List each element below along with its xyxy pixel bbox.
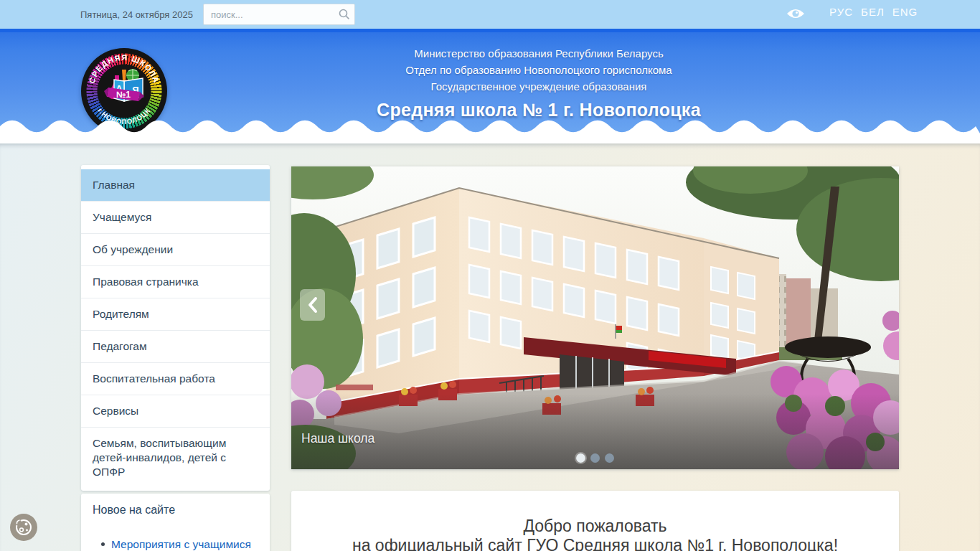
- search-input[interactable]: [203, 4, 355, 25]
- carousel-dot-1[interactable]: [576, 453, 585, 463]
- topbar: Пятница, 24 октября 2025 РУС БЕЛ ENG: [0, 0, 980, 29]
- photo-carousel: Наша школа: [291, 166, 899, 469]
- welcome-line-1: Добро пожаловать: [291, 517, 899, 536]
- org-line-3: Государственное учреждение образования: [167, 78, 910, 95]
- current-date: Пятница, 24 октября 2025: [80, 9, 193, 20]
- sidebar-item-services[interactable]: Сервисы: [81, 395, 270, 427]
- sidebar-item-students[interactable]: Учащемуся: [81, 201, 270, 233]
- carousel-prev-button[interactable]: [300, 289, 325, 321]
- whats-new-title: Новое на сайте: [93, 504, 258, 517]
- site-header: Я А №1 СРЕДНЯЯ ШКОЛА г.НОВОПОЛОЦК Минист…: [0, 29, 980, 133]
- org-line-2: Отдел по образованию Новополоцкого горис…: [167, 62, 910, 78]
- cookie-icon: [9, 513, 38, 542]
- news-link-events[interactable]: Мероприятия с учащимися: [111, 538, 251, 550]
- page: Пятница, 24 октября 2025 РУС БЕЛ ENG: [0, 0, 980, 551]
- carousel-dot-2[interactable]: [590, 453, 600, 463]
- sidebar-item-home[interactable]: Главная: [81, 169, 270, 201]
- org-line-1: Министерство образования Республики Бела…: [167, 45, 910, 62]
- slide-caption: Наша школа: [301, 431, 374, 446]
- sidebar-item-upbringing[interactable]: Воспитательная работа: [81, 362, 270, 395]
- language-switcher: РУС БЕЛ ENG: [829, 6, 918, 18]
- eye-icon: [786, 6, 806, 21]
- bullet-dot: [101, 542, 105, 546]
- sidebar-item-legal[interactable]: Правовая страничка: [81, 265, 270, 298]
- search-box: [203, 4, 355, 25]
- chevron-left-icon: [307, 296, 319, 314]
- carousel-dot-3[interactable]: [605, 453, 614, 463]
- sidebar-item-families-opfr[interactable]: Семьям, воспитывающим детей-инвалидов, д…: [81, 427, 270, 488]
- whats-new-card: Новое на сайте Мероприятия с учащимися: [81, 494, 270, 551]
- sidebar-item-parents[interactable]: Родителям: [81, 298, 270, 330]
- lang-bel[interactable]: БЕЛ: [861, 6, 885, 18]
- wave-divider: [0, 115, 980, 133]
- welcome-card: Добро пожаловать на официальный сайт ГУО…: [291, 491, 899, 551]
- sidebar-menu: Главная Учащемуся Об учреждении Правовая…: [81, 165, 270, 491]
- magnifier-icon: [339, 9, 350, 20]
- sidebar-item-teachers[interactable]: Педагогам: [81, 330, 270, 362]
- cookie-consent-button[interactable]: [9, 513, 38, 542]
- list-item: Мероприятия с учащимися: [111, 538, 258, 551]
- whats-new-list: Мероприятия с учащимися: [93, 538, 258, 551]
- header-text-block: Министерство образования Республики Бела…: [167, 45, 910, 121]
- header-white-band: [0, 133, 980, 143]
- lang-eng[interactable]: ENG: [892, 6, 918, 18]
- welcome-line-2: на официальный сайт ГУО Средняя школа №1…: [291, 536, 899, 551]
- logo-badge-number: №1: [116, 90, 131, 100]
- accessibility-version-button[interactable]: [785, 5, 806, 24]
- lang-rus[interactable]: РУС: [829, 6, 853, 18]
- carousel-dots: [291, 453, 899, 463]
- sidebar-item-about[interactable]: Об учреждении: [81, 233, 270, 265]
